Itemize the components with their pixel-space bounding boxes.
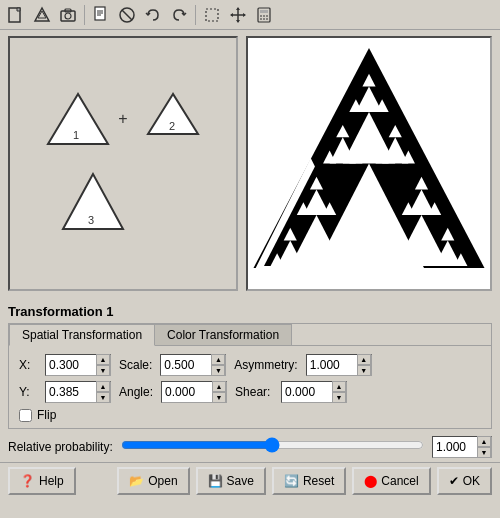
help-button[interactable]: ❓ Help	[8, 467, 76, 495]
angle-label: Angle:	[119, 385, 153, 399]
sep1	[84, 5, 85, 25]
reset-button[interactable]: 🔄 Reset	[272, 467, 346, 495]
y-spin-btns: ▲ ▼	[96, 381, 110, 403]
cancel-button[interactable]: ⬤ Cancel	[352, 467, 430, 495]
probability-slider[interactable]	[121, 435, 424, 455]
probability-spinbox[interactable]: ▲ ▼	[432, 436, 492, 458]
angle-input[interactable]	[162, 382, 212, 402]
scale-up-btn[interactable]: ▲	[211, 354, 225, 365]
asymmetry-spin-btns: ▲ ▼	[357, 354, 371, 376]
redo-icon-btn[interactable]	[167, 3, 191, 27]
svg-text:+: +	[118, 110, 127, 127]
bottom-right: 📂 Open 💾 Save 🔄 Reset ⬤ Cancel ✔ OK	[117, 467, 492, 495]
prob-up-btn[interactable]: ▲	[477, 436, 491, 447]
svg-text:1: 1	[73, 129, 79, 141]
tab-spatial[interactable]: Spatial Transformation	[9, 324, 155, 346]
bottom-bar: ❓ Help 📂 Open 💾 Save 🔄 Reset ⬤ Cancel ✔ …	[0, 462, 500, 499]
select-icon-btn[interactable]	[200, 3, 224, 27]
transformation-section: Transformation 1 Spatial Transformation …	[0, 300, 500, 431]
x-spinbox[interactable]: ▲ ▼	[45, 354, 111, 376]
transformation-title: Transformation 1	[8, 304, 492, 319]
x-up-btn[interactable]: ▲	[96, 354, 110, 365]
svg-point-4	[65, 13, 71, 19]
shear-down-btn[interactable]: ▼	[332, 392, 346, 403]
camera-icon-btn[interactable]	[56, 3, 80, 27]
ok-button[interactable]: ✔ OK	[437, 467, 492, 495]
y-input[interactable]	[46, 382, 96, 402]
form-row-2: Y: ▲ ▼ Angle: ▲ ▼ Shear:	[19, 381, 481, 403]
open-icon: 📂	[129, 474, 144, 488]
open-button[interactable]: 📂 Open	[117, 467, 189, 495]
asymmetry-down-btn[interactable]: ▼	[357, 365, 371, 376]
main-content: 1 + 2 3	[0, 30, 500, 300]
calc-icon-btn[interactable]	[252, 3, 276, 27]
left-preview: 1 + 2 3	[8, 36, 238, 291]
triangles-svg: 1 + 2 3	[18, 44, 228, 284]
save-icon: 💾	[208, 474, 223, 488]
shear-label: Shear:	[235, 385, 273, 399]
asymmetry-input[interactable]	[307, 355, 357, 375]
y-spinbox[interactable]: ▲ ▼	[45, 381, 111, 403]
shear-spin-btns: ▲ ▼	[332, 381, 346, 403]
svg-text:2: 2	[169, 120, 175, 132]
bottom-left: ❓ Help	[8, 467, 76, 495]
shear-input[interactable]	[282, 382, 332, 402]
fractal-icon-btn[interactable]	[30, 3, 54, 27]
svg-marker-17	[230, 13, 233, 17]
x-input[interactable]	[46, 355, 96, 375]
y-label: Y:	[19, 385, 37, 399]
right-preview: .sier { fill: black; } .sier-white { fil…	[246, 36, 492, 291]
svg-marker-18	[243, 13, 246, 17]
x-down-btn[interactable]: ▼	[96, 365, 110, 376]
flip-row: Flip	[19, 408, 481, 422]
svg-marker-15	[236, 7, 240, 10]
asymmetry-spinbox[interactable]: ▲ ▼	[306, 354, 372, 376]
angle-spin-btns: ▲ ▼	[212, 381, 226, 403]
svg-rect-20	[260, 10, 268, 13]
undo-icon-btn[interactable]	[141, 3, 165, 27]
cancel-icon: ⬤	[364, 474, 377, 488]
tab-color[interactable]: Color Transformation	[154, 324, 292, 345]
y-up-btn[interactable]: ▲	[96, 381, 110, 392]
slider-container[interactable]	[121, 435, 424, 458]
page-icon-btn[interactable]	[89, 3, 113, 27]
tabs-container: Spatial Transformation Color Transformat…	[8, 323, 492, 429]
scale-input[interactable]	[161, 355, 211, 375]
scale-spinbox[interactable]: ▲ ▼	[160, 354, 226, 376]
svg-line-11	[122, 10, 132, 20]
scale-spin-btns: ▲ ▼	[211, 354, 225, 376]
shear-up-btn[interactable]: ▲	[332, 381, 346, 392]
shear-spinbox[interactable]: ▲ ▼	[281, 381, 347, 403]
svg-marker-1	[35, 8, 49, 21]
angle-spinbox[interactable]: ▲ ▼	[161, 381, 227, 403]
asymmetry-label: Asymmetry:	[234, 358, 297, 372]
stop-icon-btn[interactable]	[115, 3, 139, 27]
new-icon-btn[interactable]	[4, 3, 28, 27]
angle-up-btn[interactable]: ▲	[212, 381, 226, 392]
y-down-btn[interactable]: ▼	[96, 392, 110, 403]
flip-label: Flip	[37, 408, 56, 422]
x-label: X:	[19, 358, 37, 372]
sierpinski-svg: .sier { fill: black; } .sier-white { fil…	[259, 56, 479, 271]
scale-label: Scale:	[119, 358, 152, 372]
toolbar	[0, 0, 500, 30]
flip-checkbox[interactable]	[19, 409, 32, 422]
svg-text:3: 3	[88, 214, 94, 226]
asymmetry-up-btn[interactable]: ▲	[357, 354, 371, 365]
x-spin-btns: ▲ ▼	[96, 354, 110, 376]
move-icon-btn[interactable]	[226, 3, 250, 27]
scale-down-btn[interactable]: ▼	[211, 365, 225, 376]
form-row-1: X: ▲ ▼ Scale: ▲ ▼ Asymmetry:	[19, 354, 481, 376]
prob-down-btn[interactable]: ▼	[477, 447, 491, 458]
save-button[interactable]: 💾 Save	[196, 467, 266, 495]
tabs-row: Spatial Transformation Color Transformat…	[9, 324, 491, 346]
probability-input[interactable]	[433, 437, 477, 457]
ok-icon: ✔	[449, 474, 459, 488]
angle-down-btn[interactable]: ▼	[212, 392, 226, 403]
probability-section: Relative probability: ▲ ▼	[0, 431, 500, 462]
reset-icon: 🔄	[284, 474, 299, 488]
svg-rect-12	[206, 9, 218, 21]
svg-marker-16	[236, 20, 240, 23]
tab-content-spatial: X: ▲ ▼ Scale: ▲ ▼ Asymmetry:	[9, 346, 491, 428]
probability-label: Relative probability:	[8, 440, 113, 454]
